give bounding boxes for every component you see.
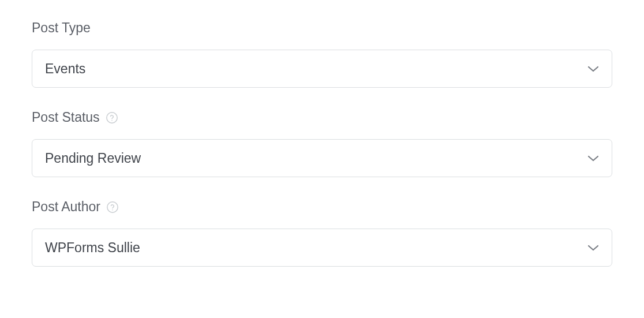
post-status-label: Post Status xyxy=(32,110,100,125)
post-status-group: Post Status Pending Review xyxy=(32,110,612,177)
svg-point-0 xyxy=(106,112,117,122)
post-author-select[interactable]: WPForms Sullie xyxy=(32,229,612,267)
chevron-down-icon xyxy=(587,63,599,74)
post-status-value: Pending Review xyxy=(45,151,141,166)
svg-point-2 xyxy=(107,201,118,212)
chevron-down-icon xyxy=(587,242,599,253)
chevron-down-icon xyxy=(587,152,599,164)
svg-point-1 xyxy=(111,119,113,121)
post-type-label-row: Post Type xyxy=(32,20,612,36)
post-type-label: Post Type xyxy=(32,20,91,36)
post-status-label-row: Post Status xyxy=(32,110,612,125)
post-status-select[interactable]: Pending Review xyxy=(32,139,612,177)
post-type-group: Post Type Events xyxy=(32,20,612,88)
post-author-value: WPForms Sullie xyxy=(45,240,140,256)
post-author-label: Post Author xyxy=(32,199,100,215)
help-icon[interactable] xyxy=(106,111,118,124)
post-author-label-row: Post Author xyxy=(32,199,612,215)
help-icon[interactable] xyxy=(106,201,119,214)
post-type-value: Events xyxy=(45,61,85,77)
svg-point-3 xyxy=(112,209,113,210)
post-author-group: Post Author WPForms Sullie xyxy=(32,199,612,267)
post-type-select[interactable]: Events xyxy=(32,50,612,88)
